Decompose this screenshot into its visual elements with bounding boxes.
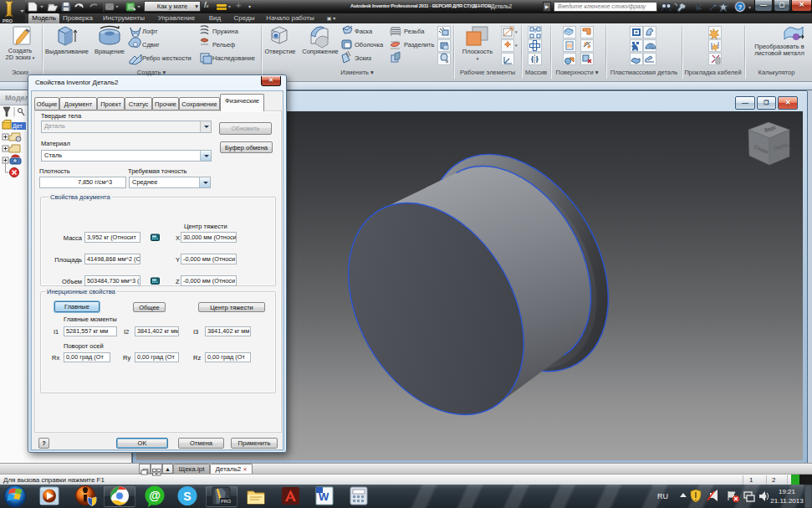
svg-text:▾: ▾ <box>748 5 751 10</box>
svg-text:21.11.2013: 21.11.2013 <box>770 497 804 505</box>
svg-text:PRO: PRO <box>3 18 13 23</box>
svg-text:S: S <box>183 490 191 503</box>
svg-text:RU: RU <box>657 492 668 500</box>
svg-text:W: W <box>319 490 329 503</box>
svg-text:PRO: PRO <box>221 499 232 504</box>
svg-text:Дет: Дет <box>13 123 23 130</box>
svg-text:?: ? <box>738 3 743 11</box>
svg-text:@: @ <box>149 489 161 502</box>
svg-text:19:21: 19:21 <box>779 488 796 495</box>
